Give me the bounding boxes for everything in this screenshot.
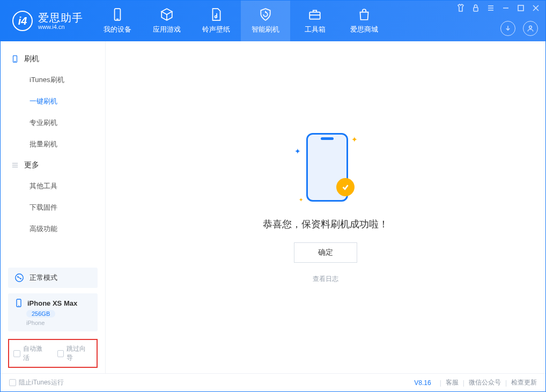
checkbox-icon xyxy=(13,350,20,357)
logo-icon: i4 xyxy=(12,11,33,31)
phone-icon xyxy=(110,8,124,21)
maximize-button[interactable] xyxy=(517,4,525,12)
tab-smart-flash[interactable]: 智能刷机 xyxy=(241,1,290,41)
footer-link-wechat[interactable]: 微信公众号 xyxy=(469,378,501,387)
svg-point-24 xyxy=(18,305,19,306)
device-capacity: 256GB xyxy=(26,310,55,317)
header-right-buttons xyxy=(500,21,538,36)
options-highlighted: 自动激活 跳过向导 xyxy=(8,339,98,368)
sidebar: 刷机 iTunes刷机 一键刷机 专业刷机 批量刷机 更多 其他工具 下载固件 … xyxy=(1,41,106,373)
svg-line-22 xyxy=(18,277,20,279)
divider: | xyxy=(440,379,441,387)
svg-rect-0 xyxy=(115,9,121,20)
tab-label: 铃声壁纸 xyxy=(202,25,230,34)
sidebar-group-flash[interactable]: 刷机 xyxy=(1,49,105,69)
svg-rect-10 xyxy=(518,5,523,11)
app-name-en: www.i4.cn xyxy=(38,24,83,30)
sidebar-item-itunes-flash[interactable]: iTunes刷机 xyxy=(1,69,105,91)
sidebar-item-batch-flash[interactable]: 批量刷机 xyxy=(1,134,105,155)
mode-label: 正常模式 xyxy=(29,273,57,283)
tab-apps-games[interactable]: 应用游戏 xyxy=(142,1,191,41)
logo-area: i4 爱思助手 www.i4.cn xyxy=(1,1,93,41)
tab-label: 应用游戏 xyxy=(153,25,181,34)
sidebar-item-onekey-flash[interactable]: 一键刷机 xyxy=(1,91,105,112)
svg-point-13 xyxy=(529,26,532,28)
tab-toolbox[interactable]: 工具箱 xyxy=(290,1,340,41)
checkbox-label: 跳过向导 xyxy=(67,344,92,363)
footer-link-support[interactable]: 客服 xyxy=(446,378,459,387)
view-log-link[interactable]: 查看日志 xyxy=(313,275,338,284)
briefcase-icon xyxy=(308,8,322,21)
user-button[interactable] xyxy=(523,21,538,36)
sparkle-icon: ✦ xyxy=(351,135,358,144)
sidebar-item-download-firmware[interactable]: 下载固件 xyxy=(1,197,105,218)
bag-icon xyxy=(357,8,371,21)
sidebar-group-title: 刷机 xyxy=(24,54,39,64)
success-illustration: ✦ ✦ ✦ xyxy=(293,131,358,206)
checkbox-icon xyxy=(9,379,16,386)
app-name-cn: 爱思助手 xyxy=(38,12,83,24)
device-icon xyxy=(11,55,19,63)
checkbox-auto-activate[interactable]: 自动激活 xyxy=(13,344,49,363)
device-name: iPhone XS Max xyxy=(27,299,77,307)
svg-rect-5 xyxy=(474,8,478,11)
sidebar-item-other-tools[interactable]: 其他工具 xyxy=(1,175,105,197)
tab-ringtone-wallpaper[interactable]: 铃声壁纸 xyxy=(191,1,241,41)
tab-label: 爱思商城 xyxy=(350,25,378,34)
checkbox-block-itunes[interactable]: 阻止iTunes运行 xyxy=(9,378,64,387)
sidebar-group-more[interactable]: 更多 xyxy=(1,155,105,175)
sidebar-item-pro-flash[interactable]: 专业刷机 xyxy=(1,112,105,134)
sidebar-item-advanced[interactable]: 高级功能 xyxy=(1,218,105,240)
titlebar: i4 爱思助手 www.i4.cn 我的设备 应用游戏 铃声壁纸 智能刷机 xyxy=(1,1,545,41)
lock-icon[interactable] xyxy=(471,4,480,12)
checkbox-label: 阻止iTunes运行 xyxy=(19,378,64,387)
nav-tabs: 我的设备 应用游戏 铃声壁纸 智能刷机 工具箱 爱思商城 xyxy=(93,1,389,41)
sidebar-group-title: 更多 xyxy=(24,160,39,170)
divider: | xyxy=(505,379,507,387)
cube-icon xyxy=(160,8,174,21)
sparkle-icon: ✦ xyxy=(299,197,303,203)
app-title: 爱思助手 www.i4.cn xyxy=(38,12,83,30)
svg-rect-3 xyxy=(309,12,320,19)
footer: 阻止iTunes运行 V8.16 | 客服 | 微信公众号 | 检查更新 xyxy=(1,373,545,391)
mode-indicator[interactable]: 正常模式 xyxy=(8,268,98,288)
app-window: i4 爱思助手 www.i4.cn 我的设备 应用游戏 铃声壁纸 智能刷机 xyxy=(0,0,546,392)
tab-label: 智能刷机 xyxy=(252,25,279,34)
mode-icon xyxy=(14,273,24,283)
body: 刷机 iTunes刷机 一键刷机 专业刷机 批量刷机 更多 其他工具 下载固件 … xyxy=(1,41,545,373)
footer-link-update[interactable]: 检查更新 xyxy=(511,378,537,387)
minimize-button[interactable] xyxy=(501,4,510,12)
success-message: 恭喜您，保资料刷机成功啦！ xyxy=(263,218,388,231)
sparkle-icon: ✦ xyxy=(294,147,301,156)
svg-point-2 xyxy=(215,16,217,18)
device-type: iPhone xyxy=(26,320,91,326)
device-info[interactable]: iPhone XS Max 256GB iPhone xyxy=(8,293,98,331)
tab-store[interactable]: 爱思商城 xyxy=(340,1,389,41)
phone-small-icon xyxy=(14,299,23,307)
close-button[interactable] xyxy=(532,4,540,12)
music-file-icon xyxy=(209,8,223,21)
checkbox-label: 自动激活 xyxy=(23,344,49,363)
shield-refresh-icon xyxy=(259,8,272,21)
checkbox-skip-guide[interactable]: 跳过向导 xyxy=(57,344,93,363)
main-content: ✦ ✦ ✦ 恭喜您，保资料刷机成功啦！ 确定 查看日志 xyxy=(106,41,545,373)
tab-label: 我的设备 xyxy=(104,25,131,34)
menu-icon[interactable] xyxy=(486,4,495,12)
download-button[interactable] xyxy=(500,21,515,36)
checkbox-icon xyxy=(57,350,64,357)
tab-my-device[interactable]: 我的设备 xyxy=(93,1,142,41)
tshirt-icon[interactable] xyxy=(456,4,465,12)
check-badge-icon xyxy=(336,178,355,196)
ok-button[interactable]: 确定 xyxy=(294,242,357,263)
divider: | xyxy=(463,379,464,387)
window-controls xyxy=(456,4,540,12)
tab-label: 工具箱 xyxy=(305,25,326,34)
list-icon xyxy=(11,161,19,169)
version-label: V8.16 xyxy=(414,379,431,387)
